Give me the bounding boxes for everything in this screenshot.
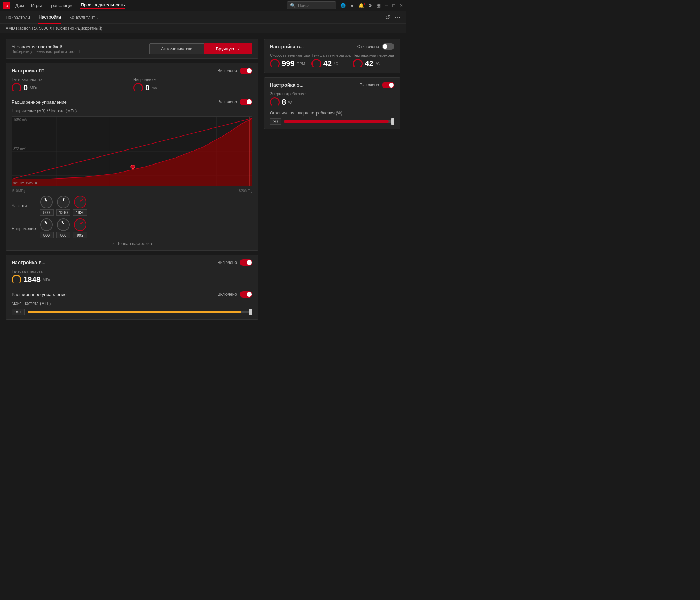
gpu-clock-metric: Тактовая частота 0 МГц [12, 77, 131, 93]
control-mode-buttons: Автоматически Вручную ✓ [149, 43, 252, 54]
gpu-voltage-value: 0 mV [133, 83, 252, 93]
frequency-knobs-row: Частота 800 1310 1820 [12, 196, 252, 216]
manual-label: Вручную [216, 46, 234, 51]
gpu-clock-value: 0 МГц [12, 83, 131, 93]
chevron-up-icon: ∧ [112, 241, 115, 246]
amd-logo: a [3, 2, 10, 9]
junction-temp-metric: Температура перехода 42 °С [353, 53, 394, 69]
fan-metrics: Скорость вентилятора 999 RPM Текущая тем… [270, 53, 394, 69]
power-toggle[interactable] [382, 82, 394, 88]
gear-icon[interactable]: ⚙ [368, 3, 372, 8]
chart-title: Напряжение (мВ) / Частота (МГц) [12, 109, 252, 113]
vram-clock-gauge [12, 275, 21, 285]
volt-knob-3-control[interactable] [74, 218, 86, 231]
fine-tuning[interactable]: ∧ Точная настройка [12, 241, 252, 246]
junction-temp-value: 42 °С [353, 59, 394, 69]
manual-button[interactable]: Вручную ✓ [204, 43, 252, 54]
device-bar: AMD Radeon RX 5600 XT (Основной/Дискретн… [0, 24, 406, 33]
frequency-label: Частота [12, 203, 40, 208]
gpu-voltage-label: Напряжение [133, 77, 252, 82]
freq-knob-1-control[interactable] [40, 196, 53, 208]
fan-toggle[interactable] [382, 43, 394, 50]
chart-x-labels: 510МГц 1820МГц [12, 189, 252, 193]
gpu-clock-gauge [12, 83, 21, 93]
advanced-toggle-area: Включено [218, 99, 252, 105]
subnav: Показатели Настройка Консультанты ↺ ⋯ [0, 11, 406, 24]
power-consumption-number: 8 [282, 98, 286, 107]
titlebar-left: a Дом Игры Трансляция Производительность [3, 2, 125, 9]
gpu-title: Настройка ГП [12, 68, 45, 74]
vram-title: Настройка в... [12, 260, 46, 265]
star-icon[interactable]: ★ [350, 3, 354, 8]
chart-container[interactable]: 1050 mV 872 mV [12, 116, 252, 186]
fan-section-header: Настройка в... Отключено [270, 43, 394, 50]
chart-y-top: 1050 mV [13, 118, 27, 122]
svg-point-9 [131, 165, 135, 169]
volt-knob-2-control[interactable] [57, 218, 70, 231]
volt-knob-2-value[interactable]: 800 [56, 232, 70, 238]
junction-temp-unit: °С [376, 62, 380, 66]
vram-advanced-header: Расширенное управление Включено [12, 291, 252, 298]
advanced-toggle[interactable] [240, 99, 252, 105]
power-slider-container: 20 [270, 118, 394, 125]
nav-performance[interactable]: Производительность [80, 2, 125, 9]
vram-toggle[interactable] [240, 259, 252, 266]
close-icon[interactable]: ✕ [399, 3, 403, 8]
globe-icon[interactable]: 🌐 [340, 3, 346, 8]
freq-knob-2-control[interactable] [57, 196, 70, 208]
bell-icon[interactable]: 🔔1 [358, 3, 364, 8]
freq-knob-2-value[interactable]: 1310 [56, 209, 70, 216]
vram-slider-value: 1860 [12, 309, 25, 315]
volt-knob-1-value[interactable]: 800 [40, 232, 54, 238]
subnav-actions: ↺ ⋯ [385, 14, 400, 21]
vram-advanced-toggle-area: Включено [218, 291, 252, 298]
gpu-status: Включено [218, 68, 237, 73]
undo-icon[interactable]: ↺ [385, 14, 390, 21]
more-icon[interactable]: ⋯ [395, 14, 400, 21]
minimize-icon[interactable]: ─ [385, 3, 388, 8]
vram-slider-container: 1860 [12, 309, 252, 315]
volt-knob-3-value[interactable]: 992 [73, 232, 87, 238]
nav-dom[interactable]: Дом [15, 3, 24, 8]
freq-knob-3-value[interactable]: 1820 [73, 209, 87, 216]
vram-slider-thumb[interactable] [249, 309, 252, 315]
voltage-knobs-group: 800 800 992 [40, 218, 87, 238]
fan-speed-value: 999 RPM [270, 59, 312, 69]
power-slider-track[interactable] [284, 120, 394, 123]
divider1 [12, 96, 252, 96]
vram-slider-track[interactable] [28, 311, 252, 313]
vram-status: Включено [218, 260, 237, 265]
search-box[interactable]: 🔍 [287, 1, 336, 9]
subnav-indicators[interactable]: Показатели [6, 11, 30, 24]
current-temp-number: 42 [323, 59, 332, 68]
gpu-toggle[interactable] [240, 68, 252, 74]
voltage-knobs-label: Напряжение [12, 226, 40, 231]
vram-clock-value: 1848 МГц [12, 275, 252, 285]
svg-marker-7 [12, 118, 252, 186]
power-limit-label: Ограничение энергопотребления (%) [270, 111, 394, 116]
auto-button[interactable]: Автоматически [149, 43, 204, 54]
vram-advanced-status: Включено [218, 292, 237, 297]
power-slider-thumb[interactable] [391, 118, 394, 125]
junction-temp-label: Температура перехода [353, 53, 394, 57]
control-mode-label: Управление настройкой Выберите уровень н… [12, 44, 149, 54]
volt-knob-1-control[interactable] [40, 218, 53, 231]
fan-speed-label: Скорость вентилятора [270, 53, 312, 57]
junction-temp-number: 42 [365, 59, 373, 68]
subnav-settings[interactable]: Настройка [38, 11, 61, 24]
subnav-advisors[interactable]: Консультанты [69, 11, 99, 24]
frequency-knobs-group: 800 1310 1820 [40, 196, 87, 216]
freq-knob-1-value[interactable]: 800 [40, 209, 54, 216]
maximize-icon[interactable]: □ [392, 3, 395, 8]
nav-games[interactable]: Игры [31, 3, 42, 8]
vram-advanced-label: Расширенное управление [12, 292, 67, 297]
menu-icon[interactable]: ▦ [377, 3, 381, 8]
vram-advanced-toggle[interactable] [240, 291, 252, 298]
check-icon: ✓ [237, 46, 241, 51]
nav-stream[interactable]: Трансляция [49, 3, 74, 8]
search-input[interactable] [298, 3, 333, 8]
current-temp-unit: °С [334, 62, 338, 66]
control-mode-card: Управление настройкой Выберите уровень н… [6, 39, 258, 59]
current-temp-metric: Текущая температура 42 °С [312, 53, 353, 69]
freq-knob-3-control[interactable] [74, 196, 86, 208]
